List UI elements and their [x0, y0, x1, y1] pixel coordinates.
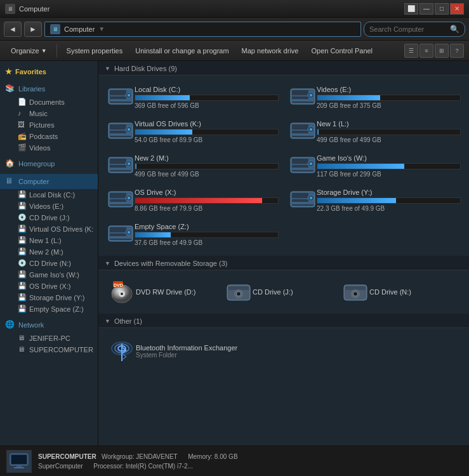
forward-button[interactable]: ►	[24, 22, 42, 37]
drive-item[interactable]: Videos (E:) 209 GB free of 375 GB	[284, 81, 465, 114]
homegroup-icon: 🏠	[5, 159, 15, 169]
drive-item[interactable]: New 1 (L:) 499 GB free of 499 GB	[284, 115, 465, 148]
sidebar-item-jenifer-pc[interactable]: 🖥 JENIFER-PC	[0, 333, 98, 344]
removable-item[interactable]: DVD DVD RW Drive (D:)	[102, 275, 216, 308]
drive-info: Videos (E:) 209 GB free of 375 GB	[317, 86, 461, 109]
window-title: Computer	[19, 5, 404, 13]
sidebar-libraries-header[interactable]: 📚 Libraries	[0, 81, 98, 96]
drive-info: Game Iso's (W:) 117 GB free of 299 GB	[317, 154, 461, 178]
sidebar-homegroup-header[interactable]: 🏠 Homegroup	[0, 156, 98, 171]
svg-rect-9	[292, 96, 308, 99]
addressbar: ◄ ► 🖥 Computer ▼ 🔍	[0, 18, 469, 41]
drive-bar	[135, 198, 262, 203]
sidebar-computer-header[interactable]: 🖥 Computer	[0, 174, 98, 189]
sidebar-item-videos-e[interactable]: 💾 Videos (E:)	[0, 201, 98, 212]
search-box[interactable]: 🔍	[364, 22, 465, 37]
svg-rect-2	[110, 96, 126, 99]
removable-icon-wrap: DVD	[108, 279, 136, 305]
documents-label: Documents	[29, 98, 65, 106]
svg-point-11	[310, 94, 312, 96]
back-button[interactable]: ◄	[4, 22, 22, 37]
other-item[interactable]: Bluetooth Information Exchanger System F…	[102, 333, 243, 369]
bluetooth-icon-wrap	[108, 337, 136, 365]
uninstall-button[interactable]: Uninstall or change a program	[129, 43, 234, 58]
svg-rect-57	[110, 227, 126, 232]
view-tiles-button[interactable]: ⊞	[435, 44, 449, 58]
svg-rect-22	[292, 124, 308, 129]
drive-item[interactable]: New 2 (M:) 499 GB free of 499 GB	[102, 149, 283, 182]
drive-item[interactable]: Game Iso's (W:) 117 GB free of 299 GB	[284, 149, 465, 182]
drive-icon-wrap	[107, 153, 135, 178]
sidebar-item-videos[interactable]: 🎬 Videos	[0, 142, 98, 154]
drive-free: 8.86 GB free of 79.9 GB	[135, 205, 279, 212]
close-button[interactable]: ✕	[450, 3, 464, 15]
bluetooth-type: System Folder	[136, 352, 237, 359]
svg-rect-34	[110, 170, 131, 171]
help-button[interactable]: ?	[450, 44, 464, 58]
removable-item[interactable]: CD Drive (J:)	[219, 275, 333, 308]
drive-item[interactable]: Local Disk (C:) 369 GB free of 596 GB	[102, 81, 283, 114]
sidebar-favorites-header[interactable]: ★ Favorites	[0, 65, 98, 79]
os-x-label: OS Drive (X:)	[29, 282, 70, 290]
address-dropdown-icon[interactable]: ▼	[98, 25, 105, 32]
music-icon: ♪	[18, 109, 27, 118]
address-text: Computer	[64, 25, 95, 33]
toolbar-right: ☰ ≡ ⊞ ?	[404, 44, 464, 58]
videos-label: Videos	[29, 144, 50, 152]
drive-bar	[135, 164, 136, 169]
jenifer-pc-icon: 🖥	[18, 334, 27, 343]
svg-rect-13	[292, 102, 314, 103]
view-list-button[interactable]: ☰	[404, 44, 418, 58]
sidebar-item-virtual-k[interactable]: 💾 Virtual OS Drives (K:	[0, 223, 98, 235]
drive-free: 499 GB free of 499 GB	[135, 171, 279, 178]
removable-item[interactable]: CD Drive (N:)	[336, 275, 450, 308]
hdd-icon	[289, 189, 316, 211]
maximize-button[interactable]: □	[435, 3, 449, 15]
drive-item[interactable]: Empty Space (Z:) 37.6 GB free of 49.9 GB	[102, 218, 283, 251]
svg-rect-51	[292, 199, 308, 202]
sidebar-item-storage-y[interactable]: 💾 Storage Drive (Y:)	[0, 292, 98, 303]
hdd-icon	[289, 155, 316, 176]
svg-rect-55	[292, 204, 314, 206]
sidebar-section-homegroup: 🏠 Homegroup	[0, 156, 98, 171]
drive-bar-wrap	[317, 163, 461, 169]
drive-item[interactable]: Storage Drive (Y:) 22.3 GB free of 49.9 …	[284, 183, 465, 216]
address-field[interactable]: 🖥 Computer ▼	[44, 22, 361, 37]
svg-text:DVD: DVD	[114, 283, 123, 288]
drive-name: Virtual OS Drives (K:)	[135, 120, 279, 128]
sidebar-item-cd-n[interactable]: 💿 CD Drive (N:)	[0, 258, 98, 269]
map-network-button[interactable]: Map network drive	[236, 43, 305, 58]
removable-section-label: Devices with Removable Storage (3)	[114, 260, 228, 267]
drive-name: New 2 (M:)	[135, 154, 279, 162]
minimize-button[interactable]: —	[419, 3, 433, 15]
sidebar-item-music[interactable]: ♪ Music	[0, 108, 98, 119]
sidebar-item-documents[interactable]: 📄 Documents	[0, 96, 98, 108]
sidebar-section-libraries: 📚 Libraries 📄 Documents ♪ Music 🖼 Pictur…	[0, 81, 98, 154]
drive-icon-wrap	[107, 187, 135, 213]
sidebar-item-local-disk-c[interactable]: 💾 Local Disk (C:)	[0, 189, 98, 201]
removable-section-header: Devices with Removable Storage (3)	[98, 256, 469, 270]
drive-item[interactable]: Virtual OS Drives (K:) 54.0 GB free of 8…	[102, 115, 283, 148]
sidebar-item-cd-j[interactable]: 💿 CD Drive (J:)	[0, 212, 98, 223]
sidebar-item-supercomputer[interactable]: 🖥 SUPERCOMPUTER	[0, 344, 98, 355]
sidebar-network-header[interactable]: 🌐 Network	[0, 317, 98, 333]
sidebar-item-podcasts[interactable]: 📻 Podcasts	[0, 131, 98, 142]
sidebar-item-pictures[interactable]: 🖼 Pictures	[0, 119, 98, 131]
sidebar-item-game-w[interactable]: 💾 Game Iso's (W:)	[0, 269, 98, 281]
restore-button[interactable]: ⬜	[404, 3, 418, 15]
open-control-button[interactable]: Open Control Panel	[305, 43, 378, 58]
organize-button[interactable]: Organize ▼	[5, 43, 53, 58]
view-details-button[interactable]: ≡	[419, 44, 433, 58]
sidebar-item-empty-z[interactable]: 💾 Empty Space (Z:)	[0, 303, 98, 315]
system-properties-button[interactable]: System properties	[61, 43, 129, 58]
sidebar-item-new1-l[interactable]: 💾 New 1 (L:)	[0, 235, 98, 246]
sidebar-item-os-x[interactable]: 💾 OS Drive (X:)	[0, 281, 98, 292]
search-input[interactable]	[369, 25, 447, 33]
drive-icon-wrap	[289, 84, 317, 110]
favorites-label: Favorites	[15, 68, 46, 76]
svg-rect-62	[110, 239, 131, 240]
bluetooth-name: Bluetooth Information Exchanger	[136, 344, 237, 352]
drive-item[interactable]: OS Drive (X:) 8.86 GB free of 79.9 GB	[102, 183, 283, 216]
sidebar-item-new2-m[interactable]: 💾 New 2 (M:)	[0, 246, 98, 258]
drive-bar-wrap	[135, 95, 279, 101]
